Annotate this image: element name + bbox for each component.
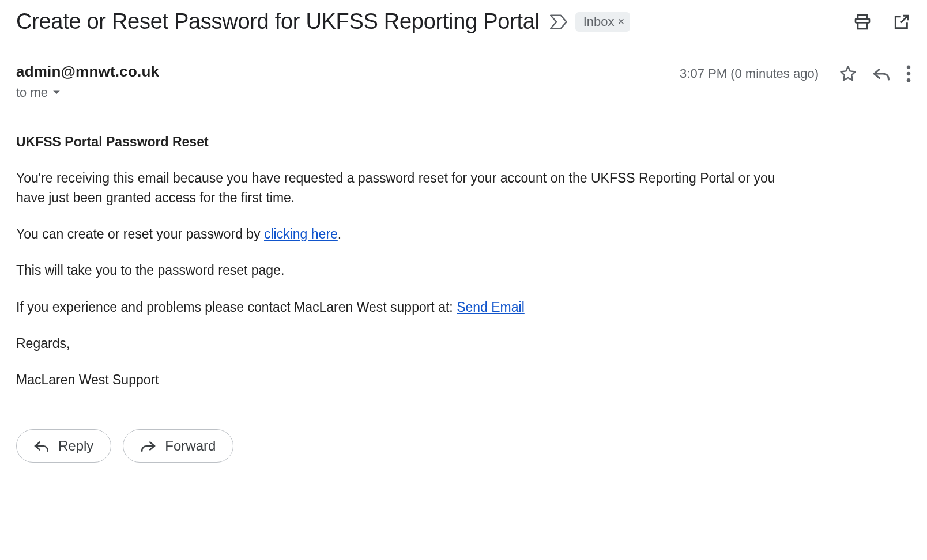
bottom-actions: Reply Forward: [16, 429, 911, 463]
email-meta-row: admin@mnwt.co.uk to me 3:07 PM (0 minute…: [16, 63, 911, 100]
body-p4-text-a: If you experience and problems please co…: [16, 300, 457, 315]
caret-down-icon: [52, 90, 61, 96]
reset-password-link[interactable]: clicking here: [264, 226, 338, 241]
recipient-text: to me: [16, 85, 48, 100]
meta-right-actions: 3:07 PM (0 minutes ago): [680, 65, 911, 82]
body-heading: UKFSS Portal Password Reset: [16, 133, 911, 152]
forward-button-label: Forward: [165, 438, 216, 454]
reply-button-label: Reply: [58, 438, 93, 454]
svg-point-3: [907, 72, 911, 76]
forward-button[interactable]: Forward: [123, 429, 233, 463]
email-timestamp: 3:07 PM (0 minutes ago): [680, 66, 819, 81]
svg-rect-1: [858, 22, 867, 29]
svg-point-4: [907, 78, 911, 82]
print-icon[interactable]: [853, 13, 872, 31]
body-signature: MacLaren West Support: [16, 370, 777, 389]
top-actions: [853, 13, 911, 31]
body-p2-text-a: You can create or reset your password by: [16, 226, 264, 241]
body-paragraph-5: Regards,: [16, 334, 777, 353]
open-new-window-icon[interactable]: [892, 13, 911, 31]
email-body: UKFSS Portal Password Reset You're recei…: [16, 133, 911, 390]
support-email-link[interactable]: Send Email: [457, 300, 525, 315]
inbox-label-chip[interactable]: Inbox ×: [575, 12, 631, 32]
subject-row: Create or Reset Password for UKFSS Repor…: [16, 9, 911, 34]
body-paragraph-2: You can create or reset your password by…: [16, 225, 777, 244]
reply-button[interactable]: Reply: [16, 429, 111, 463]
important-marker-icon[interactable]: [550, 14, 567, 29]
star-icon[interactable]: [839, 65, 857, 82]
svg-point-2: [907, 66, 911, 70]
reply-icon[interactable]: [873, 66, 890, 81]
email-subject: Create or Reset Password for UKFSS Repor…: [16, 9, 540, 34]
body-paragraph-1: You're receiving this email because you …: [16, 169, 777, 207]
sender-block: admin@mnwt.co.uk to me: [16, 63, 680, 100]
inbox-label-text: Inbox: [583, 14, 615, 29]
body-paragraph-4: If you experience and problems please co…: [16, 298, 777, 317]
body-p2-text-b: .: [338, 226, 341, 241]
body-paragraph-3: This will take you to the password reset…: [16, 261, 777, 280]
more-menu-icon[interactable]: [906, 65, 911, 82]
sender-email[interactable]: admin@mnwt.co.uk: [16, 63, 680, 81]
email-view: Create or Reset Password for UKFSS Repor…: [0, 0, 927, 480]
recipient-toggle[interactable]: to me: [16, 85, 680, 100]
remove-label-icon[interactable]: ×: [617, 15, 624, 28]
